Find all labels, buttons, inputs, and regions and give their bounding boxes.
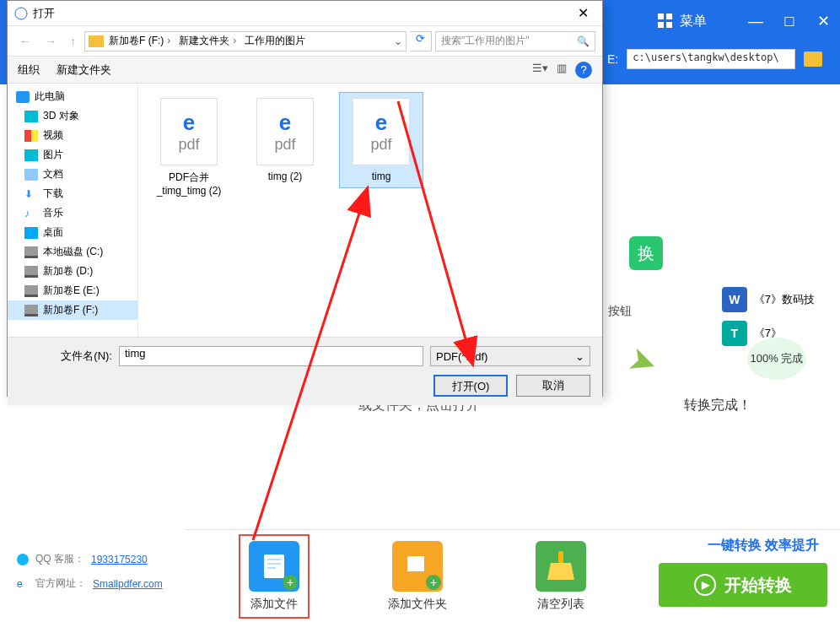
minimize-button[interactable]: — [739,4,773,38]
pdf-icon: epdf [256,98,314,165]
side-3d[interactable]: 3D 对象 [8,106,137,126]
qq-icon [17,554,29,565]
side-video[interactable]: 视频 [8,126,137,145]
svg-rect-7 [267,567,276,569]
site-link[interactable]: Smallpdfer.com [93,578,163,590]
dialog-file-area[interactable]: epdf PDF合并_timg_timg (2) epdf timg (2) e… [138,84,602,337]
side-documents[interactable]: 文档 [8,165,137,184]
svg-rect-2 [658,22,664,28]
cancel-button[interactable]: 取消 [516,375,590,397]
svg-rect-1 [666,14,672,19]
start-label: 开始转换 [724,574,792,597]
maximize-button[interactable]: □ [773,4,806,38]
file-item-2[interactable]: epdf timg (2) [243,92,327,188]
svg-rect-5 [267,559,281,560]
contact-panel: QQ 客服： 1933175230 e 官方网址： Smallpdfer.com [17,552,163,601]
add-folder-icon: + [392,541,443,592]
preview-icon[interactable]: ▥ [557,62,567,78]
dialog-title: 打开 [33,6,570,21]
pdf-icon: epdf [160,98,218,165]
menu-label: 菜单 [680,13,707,30]
svg-rect-8 [407,556,424,571]
clear-icon [536,541,586,592]
side-pictures[interactable]: 图片 [8,145,137,165]
file-label-2: timg (2) [249,170,321,182]
dialog-bottom: 文件名(N): timg PDF(*.pdf)⌄ 打开(O) 取消 [8,337,602,405]
add-file-highlight: + 添加文件 [239,534,310,619]
search-icon: 🔍 [577,35,590,47]
nav-back-button[interactable]: ← [14,35,36,48]
organize-button[interactable]: 组织 [18,62,40,78]
pdf-icon: epdf [353,98,410,165]
side-downloads[interactable]: ⬇下载 [8,184,137,203]
dialog-sidebar: 此电脑 3D 对象 视频 图片 文档 ⬇下载 ♪音乐 桌面 本地磁盘 (C:) … [8,84,138,337]
help-icon[interactable]: ? [575,62,592,78]
svg-rect-0 [658,14,664,19]
browse-folder-icon[interactable] [804,51,822,67]
svg-rect-6 [267,563,281,565]
dialog-navbar: ← → ↑ 新加卷F (F:) 新建文件夹 工作用的图片 ⌄ ⟳ 搜索"工作用的… [8,26,602,57]
nav-forward-button[interactable]: → [40,35,62,48]
filename-label: 文件名(N): [19,349,112,364]
dialog-titlebar: 打开 ✕ [8,1,602,26]
side-music[interactable]: ♪音乐 [8,203,137,223]
add-folder-label: 添加文件夹 [346,597,489,612]
nav-up-button[interactable]: ↑ [65,35,81,48]
search-input[interactable]: 搜索"工作用的图片" 🔍 [435,31,595,51]
add-folder-button[interactable]: + 添加文件夹 [346,541,489,612]
result-item-1[interactable]: W 《7》数码技 [722,287,815,312]
file-item-1[interactable]: epdf PDF合并_timg_timg (2) [147,92,231,203]
file-item-3[interactable]: epdf timg [339,92,423,188]
svg-rect-3 [666,22,672,28]
svg-rect-4 [264,554,284,578]
new-folder-button[interactable]: 新建文件夹 [57,62,111,78]
dialog-close-button[interactable]: ✕ [570,5,595,21]
qq-label: QQ 客服： [35,552,84,566]
side-desktop[interactable]: 桌面 [8,223,137,242]
plus-icon: + [283,575,298,590]
chevron-down-icon: ⌄ [575,350,584,363]
folder-icon [89,35,104,47]
plus-icon: + [426,575,441,590]
filetype-select[interactable]: PDF(*.pdf)⌄ [430,346,590,366]
side-disk-e[interactable]: 新加卷E (E:) [8,281,137,300]
word-icon: W [722,287,747,312]
menu-button[interactable]: 菜单 [658,13,707,30]
output-path-input[interactable]: c:\users\tangkw\desktop\ [627,49,795,69]
breadcrumb[interactable]: 新加卷F (F:) 新建文件夹 工作用的图片 ⌄ [84,31,407,51]
done-text: 转换完成！ [684,397,751,414]
side-disk-c[interactable]: 本地磁盘 (C:) [8,242,137,262]
button-hint: 按钮 [608,304,659,319]
side-disk-f[interactable]: 新加卷F (F:) [8,300,137,320]
crumb-1[interactable]: 新加卷F (F:) [109,34,174,48]
crumb-3[interactable]: 工作用的图片 [245,34,305,48]
close-button[interactable]: ✕ [806,4,840,38]
text-icon: T [722,321,747,346]
arrow-icon: ➤ [623,338,664,385]
clear-label: 清空列表 [489,597,633,612]
dialog-toolbar: 组织 新建文件夹 ☰▾ ▥ ? [8,57,602,84]
add-file-label: 添加文件 [249,597,299,612]
done-badge: 100% 完成 [747,338,806,380]
result-label-1: 《7》数码技 [754,292,815,307]
action-bar: + 添加文件 + 添加文件夹 清空列表 一键转换 效率提升 ▶ 开始转换 [186,529,840,622]
view-icon[interactable]: ☰▾ [532,62,548,78]
add-file-button[interactable]: + 添加文件 [202,534,346,619]
swap-icon: 换 [629,236,663,270]
side-disk-d[interactable]: 新加卷 (D:) [8,262,137,281]
search-placeholder: 搜索"工作用的图片" [441,34,530,48]
start-button[interactable]: ▶ 开始转换 [659,563,827,607]
qq-link[interactable]: 1933175230 [91,554,148,565]
dialog-body: 此电脑 3D 对象 视频 图片 文档 ⬇下载 ♪音乐 桌面 本地磁盘 (C:) … [8,84,602,337]
add-file-icon: + [249,541,299,592]
clear-button[interactable]: 清空列表 [489,541,633,612]
refresh-button[interactable]: ⟳ [410,31,432,51]
crumb-2[interactable]: 新建文件夹 [179,34,240,48]
crumb-chevron-icon[interactable]: ⌄ [394,35,402,47]
slogan-text: 一键转换 效率提升 [708,537,819,554]
site-label: 官方网址： [35,576,86,591]
open-button[interactable]: 打开(O) [433,375,508,397]
filename-input[interactable]: timg [119,346,423,366]
svg-point-10 [15,8,27,19]
side-pc[interactable]: 此电脑 [8,87,137,106]
